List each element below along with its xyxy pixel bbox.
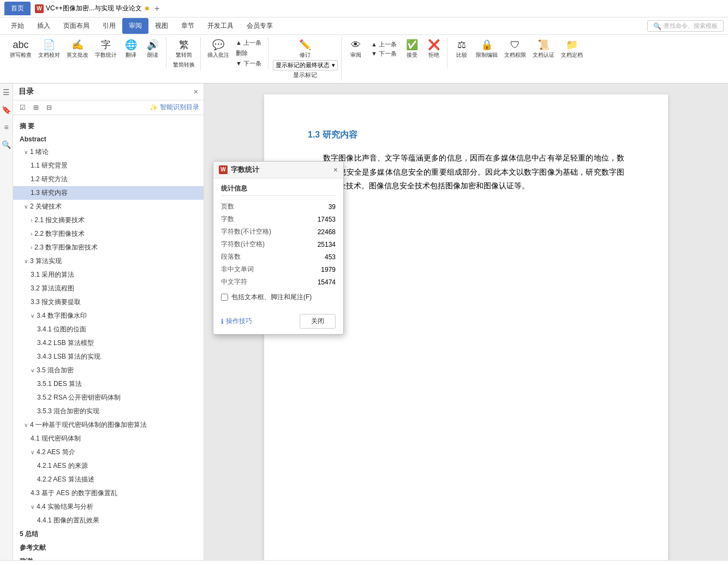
search-sidebar-icon[interactable]: 🔍 [2, 140, 11, 149]
toc-expand-button[interactable]: ⊞ [31, 103, 41, 112]
toc-item-12[interactable]: 3.2 算法流程图 [13, 282, 204, 295]
prev-comment-button[interactable]: ▲ 上一条 [232, 38, 265, 47]
word-count-button[interactable]: 字 字数统计 [93, 38, 119, 60]
toc-item-11[interactable]: 3.1 采用的算法 [13, 268, 204, 282]
track-changes-button[interactable]: ✏️ 修订 [295, 38, 315, 60]
toc-chevron-18[interactable]: ∨ [31, 367, 34, 373]
toc-chevron-10[interactable]: ∨ [24, 258, 28, 264]
simp-trad-button[interactable]: 繁简转换 [171, 60, 197, 70]
tips-link[interactable]: ℹ 操作技巧 [221, 317, 252, 326]
tab-layout[interactable]: 页面布局 [57, 18, 96, 34]
toc-chevron-14[interactable]: ∨ [31, 313, 34, 319]
toc-item-28[interactable]: ∨4.4 实验结果与分析 [13, 500, 204, 514]
dialog-close-button-2[interactable]: 关闭 [300, 314, 336, 329]
show-markup-btn[interactable]: 显示标记 [290, 70, 320, 80]
toc-item-27[interactable]: 4.3 基于 AES 的数字图像置乱 [13, 486, 204, 500]
toc-item-20[interactable]: 3.5.2 RSA 公开密钥密码体制 [13, 391, 204, 405]
toc-item-23[interactable]: 4.1 现代密码体制 [13, 432, 204, 445]
toc-item-8[interactable]: ›2.2 数字图像技术 [13, 227, 204, 241]
toc-chevron-7[interactable]: › [31, 217, 32, 223]
toc-item-9[interactable]: ›2.3 数字图像加密技术 [13, 241, 204, 254]
show-markup-dropdown[interactable]: 显示标记的最终状态 ▾ [273, 60, 338, 70]
toc-chevron-8[interactable]: › [31, 231, 32, 237]
toc-item-15[interactable]: 3.4.1 位图的位面 [13, 323, 204, 336]
insert-comment-button[interactable]: 💬 插入批注 [205, 38, 231, 68]
prev-track-button[interactable]: ▲ 上一条 [368, 40, 400, 49]
review-button[interactable]: 👁 审阅 [346, 38, 366, 60]
stat-row-6: 中文字符15474 [221, 276, 336, 288]
toc-item-13[interactable]: 3.3 报文摘要提取 [13, 295, 204, 309]
doc-cert-button[interactable]: 📜 文档认证 [530, 38, 557, 60]
toc-item-17[interactable]: 3.4.3 LSB 算法的实现 [13, 350, 204, 364]
toc-item-19[interactable]: 3.5.1 DES 算法 [13, 377, 204, 391]
translate-button[interactable]: 🌐 翻译 [121, 38, 141, 60]
toc-icon[interactable]: ☰ [3, 88, 10, 97]
accept-button[interactable]: ✅ 接受 [402, 38, 422, 60]
english-edit-button[interactable]: ✍ 英文批改 [64, 38, 91, 60]
toc-item-6[interactable]: ∨2 关键技术 [13, 200, 204, 213]
toc-item-31[interactable]: 参考文献 [13, 541, 204, 555]
toc-item-21[interactable]: 3.5.3 混合加密的实现 [13, 405, 204, 418]
search-icon: 🔍 [653, 22, 661, 30]
toc-item-3[interactable]: 1.1 研究背景 [13, 159, 204, 173]
tab-insert[interactable]: 插入 [31, 18, 57, 34]
tab-start[interactable]: 开始 [4, 18, 31, 34]
toc-item-29[interactable]: 4.4.1 图像的置乱效果 [13, 514, 204, 527]
toc-chevron-24[interactable]: ∨ [31, 449, 34, 455]
read-aloud-button[interactable]: 🔊 朗读 [143, 38, 163, 60]
next-track-button[interactable]: ▼ 下一条 [368, 49, 400, 58]
footnotes-checkbox[interactable] [221, 294, 228, 301]
doc-check-button[interactable]: 📄 文档校对 [36, 38, 62, 60]
toc-item-0[interactable]: 摘 要 [13, 120, 204, 133]
new-tab-button[interactable]: + [149, 4, 165, 14]
toc-chevron-6[interactable]: ∨ [24, 204, 28, 210]
tab-home[interactable]: 首页 [4, 2, 31, 15]
toc-item-1[interactable]: Abstract [13, 133, 204, 145]
tab-member[interactable]: 会员专享 [240, 18, 279, 34]
toc-item-18[interactable]: ∨3.5 混合加密 [13, 364, 204, 377]
tab-references[interactable]: 引用 [96, 18, 122, 34]
toc-collapse-button[interactable]: ⊟ [44, 103, 54, 112]
toc-item-25[interactable]: 4.2.1 AES 的来源 [13, 459, 204, 473]
toc-chevron-22[interactable]: ∨ [24, 422, 28, 428]
toc-item-5[interactable]: 1.3 研究内容 [13, 186, 204, 200]
tab-view[interactable]: 视图 [148, 18, 175, 34]
toc-item-14[interactable]: ∨3.4 数字图像水印 [13, 309, 204, 323]
toc-chevron-9[interactable]: › [31, 245, 32, 251]
toc-item-16[interactable]: 3.4.2 LSB 算法模型 [13, 336, 204, 350]
nav-icon[interactable]: ≡ [4, 123, 8, 132]
toc-item-22[interactable]: ∨4 一种基于现代密码体制的图像加密算法 [13, 418, 204, 432]
toc-collapse-all-button[interactable]: ☑ [17, 103, 28, 112]
dialog-stats: 页数39字数17453字符数(不计空格)22468字符数(计空格)25134段落… [221, 200, 336, 288]
toc-item-7[interactable]: ›2.1 报文摘要技术 [13, 213, 204, 227]
delete-comment-button[interactable]: 删除 [232, 49, 265, 58]
dialog-close-button[interactable]: × [333, 165, 338, 174]
tab-chapter[interactable]: 章节 [175, 18, 201, 34]
dialog-title: W 字数统计 [219, 165, 259, 175]
reject-button[interactable]: ❌ 拒绝 [424, 38, 444, 60]
ribbon-search[interactable]: 🔍 查找命令、搜索模板 [647, 20, 724, 32]
compare-button[interactable]: ⚖ 比较 [452, 38, 472, 60]
restrict-edit-button[interactable]: 🔒 限制编辑 [474, 38, 500, 60]
tab-review[interactable]: 审阅 [122, 18, 148, 34]
toc-item-26[interactable]: 4.2.2 AES 算法描述 [13, 473, 204, 486]
toc-item-2[interactable]: ∨1 绪论 [13, 145, 204, 159]
toc-item-4[interactable]: 1.2 研究方法 [13, 173, 204, 186]
toc-chevron-28[interactable]: ∨ [31, 504, 34, 510]
spell-check-button[interactable]: abc 拼写检查 [8, 38, 34, 60]
doc-permission-button[interactable]: 🛡 文档权限 [502, 38, 528, 60]
sidebar-close-button[interactable]: × [194, 87, 198, 96]
ai-toc-button[interactable]: ✨ 智能识别目录 [150, 103, 199, 112]
trad-simp-button[interactable]: 繁 繁转简 [174, 38, 194, 60]
toc-item-30[interactable]: 5 总结 [13, 527, 204, 541]
tab-document[interactable]: W VC++图像加密...与实现 毕业论文 [35, 4, 149, 13]
toc-item-24[interactable]: ∨4.2 AES 简介 [13, 445, 204, 459]
toc-item-10[interactable]: ∨3 算法实现 [13, 254, 204, 268]
doc-archive-button[interactable]: 📁 文档定档 [559, 38, 585, 60]
tab-developer[interactable]: 开发工具 [201, 18, 240, 34]
toc-item-32[interactable]: 致谢 [13, 555, 204, 560]
next-comment-button[interactable]: ▼ 下一条 [232, 59, 265, 68]
toc-chevron-2[interactable]: ∨ [24, 149, 28, 155]
bookmark-icon[interactable]: 🔖 [2, 105, 11, 114]
dialog-checkbox-row[interactable]: 包括文本框、脚注和尾注(F) [221, 293, 336, 302]
